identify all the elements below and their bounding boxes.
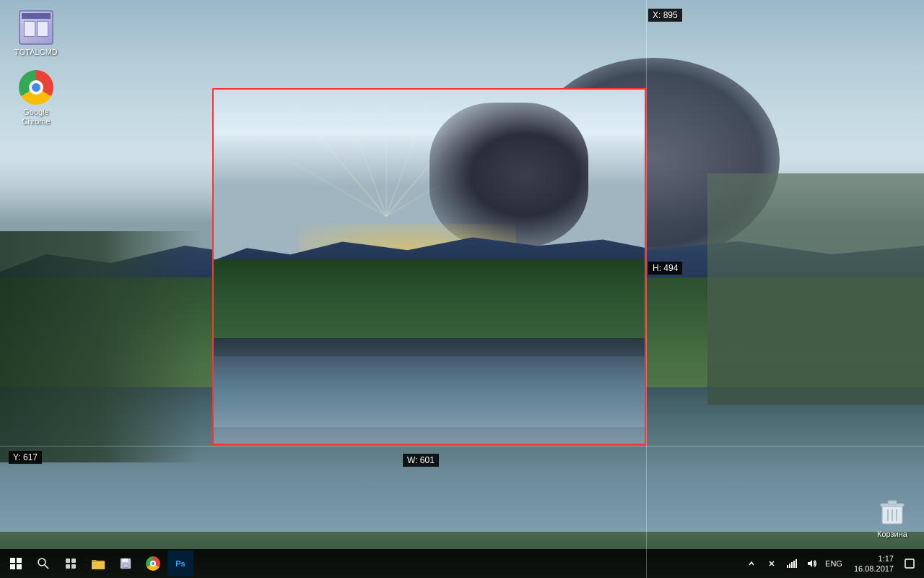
notification-bell-icon <box>904 558 915 569</box>
right-hills <box>707 173 924 405</box>
recycle-bin-svg <box>876 495 908 527</box>
win-logo-tr <box>17 558 22 563</box>
svg-rect-10 <box>66 564 70 569</box>
svg-point-6 <box>38 558 45 566</box>
notification-center-button[interactable] <box>901 555 918 572</box>
svg-line-7 <box>45 565 48 569</box>
network-icon[interactable] <box>783 555 801 572</box>
task-view-button[interactable] <box>58 551 84 577</box>
left-vegetation <box>0 231 202 462</box>
svg-rect-8 <box>66 558 70 563</box>
svg-marker-24 <box>808 560 812 567</box>
screenshot-preview <box>212 88 646 445</box>
windows-logo <box>10 558 22 569</box>
taskbar: Ps <box>0 549 924 578</box>
save-button[interactable] <box>113 551 139 577</box>
date-value: 16.08.2017 <box>854 564 894 574</box>
svg-rect-11 <box>71 564 76 569</box>
start-button[interactable] <box>3 551 29 577</box>
taskbar-right: ENG 1:17 16.08.2017 <box>740 553 924 574</box>
totalcmd-icon-img <box>19 10 53 45</box>
recycle-bin-icon[interactable]: Корзина <box>875 493 910 538</box>
desktop-icons: TOTALCMD Google Chrome <box>0 0 72 144</box>
close-tray-icon <box>768 560 775 567</box>
win-logo-tl <box>10 558 15 563</box>
show-hidden-icons[interactable] <box>743 555 760 572</box>
preview-water-reflection <box>212 356 646 428</box>
volume-speaker-icon <box>807 559 817 568</box>
save-icon <box>120 558 131 569</box>
ray-3 <box>385 88 387 217</box>
tray-x-button[interactable] <box>763 555 780 572</box>
totalcmd-panel-left <box>24 21 35 37</box>
win-logo-bl <box>10 564 15 569</box>
totalcmd-panel-right <box>37 21 48 37</box>
search-icon <box>38 558 49 569</box>
chrome-icon <box>19 70 53 105</box>
file-explorer-button[interactable] <box>85 551 111 577</box>
chrome-tb-icon <box>146 556 160 571</box>
system-tray: ENG <box>740 555 847 572</box>
totalcmd-label: TOTALCMD <box>14 48 58 57</box>
chrome-label-line2: Chrome <box>22 117 50 126</box>
svg-rect-20 <box>789 564 790 568</box>
svg-rect-19 <box>787 565 788 568</box>
chrome-icon-img <box>19 70 53 105</box>
time-value: 1:17 <box>879 553 894 564</box>
photoshop-icon: Ps <box>167 551 193 577</box>
volume-icon[interactable] <box>803 555 821 572</box>
recycle-bin-img <box>875 493 910 528</box>
svg-rect-21 <box>791 562 793 568</box>
totalcmd-inner <box>24 21 48 37</box>
chevron-up-icon <box>748 560 755 567</box>
svg-rect-22 <box>793 561 795 568</box>
svg-rect-14 <box>122 558 128 562</box>
file-explorer-icon <box>92 558 105 569</box>
clock-display[interactable]: 1:17 16.08.2017 <box>851 553 897 574</box>
task-view-icon <box>65 558 77 569</box>
win-logo-br <box>17 564 22 569</box>
network-signal-icon <box>787 559 797 568</box>
search-button[interactable] <box>30 551 56 577</box>
svg-rect-16 <box>123 564 128 567</box>
recycle-bin-label: Корзина <box>877 530 907 538</box>
totalcmd-icon <box>19 10 53 45</box>
chrome-taskbar-button[interactable] <box>140 551 166 577</box>
photoshop-button[interactable]: Ps <box>167 551 193 577</box>
ray-2 <box>313 88 387 217</box>
svg-rect-9 <box>71 558 76 563</box>
language-indicator[interactable]: ENG <box>824 555 844 572</box>
taskbar-left: Ps <box>0 551 196 577</box>
svg-rect-2 <box>888 501 897 504</box>
desktop-icon-chrome[interactable]: Google Chrome <box>7 67 65 129</box>
chrome-icon-center <box>29 80 43 95</box>
desktop-icon-totalcmd[interactable]: TOTALCMD <box>7 7 65 60</box>
svg-rect-23 <box>796 559 797 568</box>
chrome-tb-inner <box>150 561 156 566</box>
svg-rect-25 <box>905 559 914 568</box>
chrome-label-line1: Google <box>23 108 48 117</box>
